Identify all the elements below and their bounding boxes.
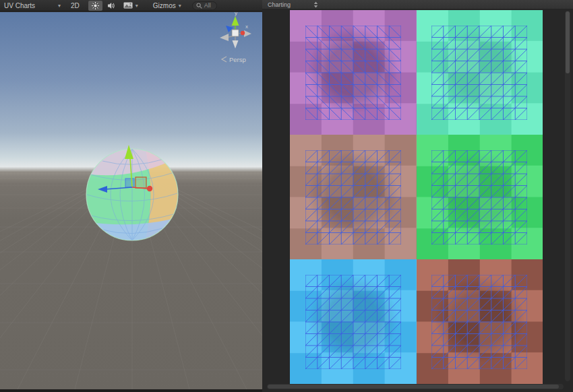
uv-chart-quadrant-blue [290,259,417,384]
draw-mode-label: UV Charts [4,2,35,9]
persp-chevron-icon [222,57,227,62]
scene-effects-dropdown[interactable]: ▾ [120,1,142,11]
wireframe-grid-brown [305,150,401,244]
move-gizmo-xy-plane-handle[interactable] [125,178,134,187]
chevron-down-icon: ▾ [135,3,138,9]
speaker-icon [107,2,115,9]
scene-search-field[interactable]: All [192,1,217,10]
move-gizmo-x-handle[interactable] [147,186,152,191]
move-gizmo-plane-handle[interactable] [135,177,146,188]
axis-neg-x-cone[interactable] [244,30,251,37]
charting-panel: Charting [262,0,573,392]
axis-y-cone[interactable] [232,16,239,26]
axis-y-label: y [235,12,237,16]
gizmos-dropdown[interactable]: Gizmos ▾ [149,0,185,11]
scene-lighting-toggle[interactable] [88,1,102,11]
wireframe-grid-blue [305,275,401,369]
chevron-down-icon: ▾ [58,3,61,9]
uv-chart-quadrant-purple [290,10,417,135]
vertical-scrollbar-thumb[interactable] [566,11,570,73]
uv-chart-quadrant-green [417,135,543,259]
chevron-down-icon: ▾ [179,3,181,9]
magnifier-icon [196,3,202,9]
scene-orientation-gizmo[interactable]: y x [220,12,251,48]
charting-mode-label: Charting [268,1,291,8]
horizontal-scrollbar[interactable] [267,384,564,389]
gizmo-center-cube[interactable] [232,30,239,36]
uv-chart-quadrant-brown [290,135,417,259]
charting-mode-dropdown[interactable]: Charting [262,0,318,9]
charting-header: Charting [262,0,573,9]
scene-toolbar: UV Charts ▾ 2D [0,0,262,11]
scene-audio-toggle[interactable] [104,1,119,11]
scene-viewport[interactable]: y x Persp [0,12,262,389]
axis-neg-z-cone[interactable] [220,34,229,41]
sun-icon [92,2,99,9]
uv-chart-quadrant-teal [417,10,543,135]
scene-view-panel: UV Charts ▾ 2D [0,0,262,389]
projection-toggle[interactable]: Persp [222,56,246,63]
draw-mode-dropdown[interactable]: UV Charts ▾ [0,0,65,11]
vertical-scrollbar[interactable] [565,11,570,381]
persp-label: Persp [229,56,246,63]
wireframe-grid-green [431,150,527,244]
uv-chart-quadrant-red [417,259,543,384]
axis-x-label: x [245,24,248,30]
2d-toggle-button[interactable]: 2D [67,1,83,11]
image-icon [123,2,133,9]
axis-x-handle[interactable] [241,31,245,35]
axis-neg-y-cone[interactable] [233,40,239,48]
search-placeholder: All [204,2,211,9]
wireframe-grid-teal [431,26,527,120]
wireframe-grid-purple [305,26,401,120]
wireframe-grid-red [431,275,527,369]
updown-arrows-icon [313,1,318,8]
horizontal-scrollbar-thumb[interactable] [268,385,559,389]
uv-chart-grid [290,10,543,384]
